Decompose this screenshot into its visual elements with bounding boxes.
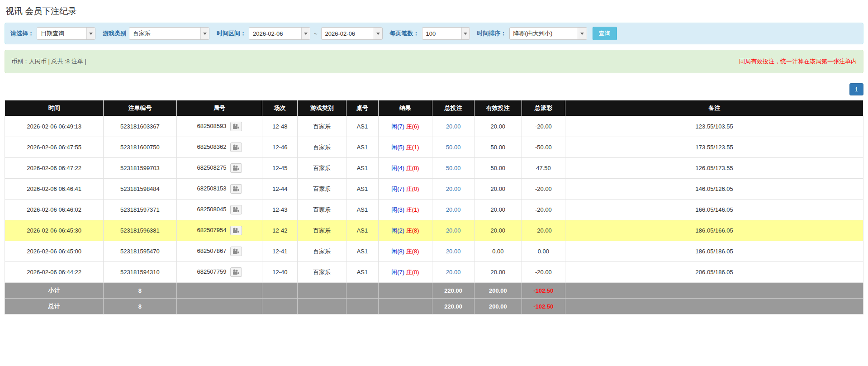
- game-type-input[interactable]: [129, 28, 200, 39]
- cell-time: 2026-02-06 06:46:41: [5, 179, 104, 200]
- cell-result: 闲(7) 庄(0): [378, 179, 432, 200]
- cell-valid-bet: 20.00: [474, 116, 522, 137]
- date-to-dropdown-button[interactable]: [374, 28, 382, 39]
- cell-result: 闲(2) 庄(8): [378, 220, 432, 241]
- cell-valid-bet: 20.00: [474, 220, 522, 241]
- video-camera-icon: [232, 124, 239, 129]
- chevron-down-icon: [89, 33, 93, 35]
- sort-dropdown-button[interactable]: [578, 28, 586, 39]
- table-row: 2026-02-06 06:45:00 523181595470 6825078…: [5, 241, 863, 262]
- video-replay-button[interactable]: [230, 122, 242, 131]
- cell-round: 682508362: [176, 137, 262, 158]
- table-row: 2026-02-06 06:47:22 523181599703 6825082…: [5, 158, 863, 179]
- cell-result: 闲(4) 庄(8): [378, 158, 432, 179]
- cell-time: 2026-02-06 06:45:00: [5, 241, 104, 262]
- cell-round: 682508045: [176, 200, 262, 220]
- subtotal-total-bet: 220.00: [432, 283, 474, 299]
- video-replay-button[interactable]: [230, 247, 242, 256]
- chevron-down-icon: [580, 33, 584, 35]
- page-button-1[interactable]: 1: [849, 83, 863, 95]
- result-player: 闲(3): [391, 206, 404, 213]
- col-result: 结果: [378, 100, 432, 116]
- total-payout: -102.50: [522, 299, 565, 314]
- cell-session: 12-41: [262, 241, 298, 262]
- chevron-down-icon: [304, 33, 308, 35]
- table-row: 2026-02-06 06:46:02 523181597371 6825080…: [5, 200, 863, 220]
- cell-bet-id: 523181598484: [104, 179, 176, 200]
- date-to-input[interactable]: [322, 28, 374, 39]
- game-type-combo[interactable]: [129, 27, 209, 40]
- cell-total-bet: 20.00: [432, 220, 474, 241]
- date-query-input[interactable]: [37, 28, 86, 39]
- cell-round: 682507954: [176, 220, 262, 241]
- cell-total-bet: 50.00: [432, 158, 474, 179]
- cell-payout: -20.00: [522, 116, 565, 137]
- cell-game-type: 百家乐: [298, 241, 346, 262]
- date-from-combo[interactable]: [249, 27, 310, 40]
- total-bet-link[interactable]: 20.00: [446, 185, 461, 192]
- cell-table-no: AS1: [346, 241, 378, 262]
- round-number: 682508275: [197, 164, 226, 171]
- result-banker: 庄(8): [406, 227, 419, 234]
- sort-combo[interactable]: [509, 27, 587, 40]
- cell-result: 闲(5) 庄(1): [378, 137, 432, 158]
- total-total-bet: 220.00: [432, 299, 474, 314]
- cell-round: 682507867: [176, 241, 262, 262]
- cell-session: 12-44: [262, 179, 298, 200]
- total-bet-link[interactable]: 50.00: [446, 165, 461, 171]
- page-size-dropdown-button[interactable]: [461, 28, 470, 39]
- total-count: 8: [104, 299, 176, 314]
- date-range-separator: ~: [313, 30, 318, 37]
- subtotal-label: 小计: [5, 283, 104, 299]
- cell-game-type: 百家乐: [298, 200, 346, 220]
- video-replay-button[interactable]: [230, 163, 242, 173]
- date-from-dropdown-button[interactable]: [301, 28, 310, 39]
- date-from-input[interactable]: [249, 28, 301, 39]
- total-bet-link[interactable]: 20.00: [446, 248, 461, 255]
- cell-table-no: AS1: [346, 116, 378, 137]
- total-row: 总计 8 220.00 200.00 -102.50: [5, 299, 863, 314]
- cell-table-no: AS1: [346, 158, 378, 179]
- cell-bet-id: 523181597371: [104, 200, 176, 220]
- search-button[interactable]: 查询: [593, 27, 617, 40]
- cell-time: 2026-02-06 06:44:22: [5, 262, 104, 283]
- date-to-combo[interactable]: [321, 27, 383, 40]
- total-bet-link[interactable]: 20.00: [446, 227, 461, 234]
- select-label: 请选择：: [10, 29, 34, 38]
- video-replay-button[interactable]: [230, 184, 242, 194]
- cell-round: 682508593: [176, 116, 262, 137]
- video-camera-icon: [232, 228, 239, 233]
- page-size-combo[interactable]: [422, 27, 470, 40]
- cell-bet-id: 523181594310: [104, 262, 176, 283]
- total-bet-link[interactable]: 20.00: [446, 123, 461, 130]
- video-replay-button[interactable]: [230, 226, 242, 235]
- sort-input[interactable]: [510, 28, 578, 39]
- date-query-dropdown-button[interactable]: [86, 28, 95, 39]
- cell-payout: -50.00: [522, 137, 565, 158]
- cell-result: 闲(7) 庄(0): [378, 262, 432, 283]
- video-replay-button[interactable]: [230, 143, 242, 152]
- cell-valid-bet: 0.00: [474, 241, 522, 262]
- cell-note: 186.05/166.05: [565, 220, 863, 241]
- cell-game-type: 百家乐: [298, 220, 346, 241]
- cell-bet-id: 523181600750: [104, 137, 176, 158]
- total-bet-link[interactable]: 20.00: [446, 206, 461, 213]
- cell-result: 闲(8) 庄(8): [378, 241, 432, 262]
- cell-table-no: AS1: [346, 220, 378, 241]
- game-type-dropdown-button[interactable]: [200, 28, 209, 39]
- total-bet-link[interactable]: 50.00: [446, 144, 461, 151]
- table-header-row: 时间 注单编号 局号 场次 游戏类别 桌号 结果 总投注 有效投注 总派彩 备注: [5, 100, 863, 116]
- col-payout: 总派彩: [522, 100, 565, 116]
- cell-game-type: 百家乐: [298, 116, 346, 137]
- result-banker: 庄(6): [406, 123, 419, 130]
- video-replay-button[interactable]: [230, 205, 242, 214]
- date-query-combo[interactable]: [37, 27, 95, 40]
- cell-session: 12-45: [262, 158, 298, 179]
- table-row: 2026-02-06 06:49:13 523181603367 6825085…: [5, 116, 863, 137]
- cell-note: 186.05/186.05: [565, 241, 863, 262]
- total-bet-link[interactable]: 20.00: [446, 269, 461, 276]
- cell-payout: 0.00: [522, 241, 565, 262]
- video-replay-button[interactable]: [230, 267, 242, 277]
- page-size-input[interactable]: [422, 28, 461, 39]
- col-table-no: 桌号: [346, 100, 378, 116]
